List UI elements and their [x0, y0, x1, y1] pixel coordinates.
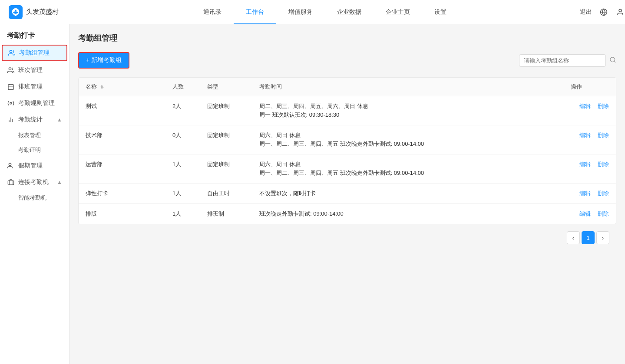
- sidebar-item-smart-machine[interactable]: 智能考勤机: [18, 190, 69, 205]
- cell-type: 固定班制: [200, 125, 252, 154]
- col-header-type: 类型: [200, 78, 252, 96]
- add-group-button[interactable]: + 新增考勤组: [78, 52, 129, 69]
- stats-icon: [7, 116, 15, 124]
- cell-type: 排班制: [200, 204, 252, 224]
- sidebar-item-machine[interactable]: 连接考勤机 ▲: [0, 174, 69, 190]
- sidebar-label-stats: 考勤统计: [18, 116, 43, 124]
- sidebar-sub-smart: 智能考勤机: [0, 190, 69, 205]
- sidebar-item-shift-management[interactable]: 班次管理: [0, 62, 69, 79]
- nav-logout[interactable]: 退出: [580, 8, 592, 16]
- cell-count: 0人: [165, 125, 200, 154]
- table: 名称 ⇅ 人数 类型 考勤时间 操作 测试 2人 固定班制 周二、周三、周四、周…: [79, 78, 616, 224]
- cell-type: 固定班制: [200, 154, 252, 184]
- cell-name: 技术部: [79, 125, 165, 154]
- sidebar-item-holiday[interactable]: 假期管理: [0, 157, 69, 174]
- time-line: 不设置班次，随时打卡: [259, 190, 557, 197]
- main-layout: 考勤打卡 考勤组管理 班次管理: [0, 24, 625, 364]
- svg-point-2: [619, 9, 622, 12]
- cell-action: 编辑 删除: [564, 204, 616, 224]
- sidebar-label-group: 考勤组管理: [19, 49, 50, 57]
- sort-icon[interactable]: ⇅: [100, 85, 104, 89]
- cell-action: 编辑 删除: [564, 125, 616, 154]
- sidebar-item-rules-management[interactable]: 考勤规则管理: [0, 95, 69, 111]
- delete-button-0[interactable]: 删除: [598, 103, 609, 109]
- delete-button-1[interactable]: 删除: [598, 132, 609, 138]
- machine-expand-icon: ▲: [57, 179, 62, 185]
- cell-action: 编辑 删除: [564, 154, 616, 184]
- cell-name: 弹性打卡: [79, 184, 165, 204]
- sidebar-item-stats[interactable]: 考勤统计 ▲: [0, 111, 69, 128]
- edit-button-4[interactable]: 编辑: [579, 210, 591, 217]
- cell-time: 周六、周日 休息周一、周二、周三、周四、周五 班次晚走外勤卡测试: 09:00-…: [252, 154, 564, 184]
- cell-time: 周二、周三、周四、周五、周六、周日 休息周一 班次默认班次: 09:30-18:…: [252, 96, 564, 125]
- schedule-icon: [7, 83, 15, 91]
- top-right-icons: 退出: [580, 7, 625, 17]
- nav-workbench[interactable]: 工作台: [234, 0, 276, 24]
- user-icon[interactable]: [615, 7, 625, 17]
- delete-button-3[interactable]: 删除: [598, 190, 609, 197]
- logo-text: 头发茂盛村: [26, 8, 59, 16]
- stats-expand-icon: ▲: [57, 117, 62, 123]
- sidebar-item-reports[interactable]: 报表管理: [18, 128, 69, 143]
- cell-count: 1人: [165, 184, 200, 204]
- rules-icon: [7, 99, 15, 107]
- cell-name: 排版: [79, 204, 165, 224]
- cell-name: 测试: [79, 96, 165, 125]
- next-page-button[interactable]: ›: [596, 231, 609, 244]
- shift-icon: [7, 66, 15, 74]
- prev-page-button[interactable]: ‹: [567, 231, 580, 244]
- sidebar-item-schedule-management[interactable]: 排班管理: [0, 79, 69, 95]
- svg-rect-14: [8, 181, 13, 185]
- time-line: 周六、周日 休息: [259, 161, 557, 168]
- holiday-icon: [7, 162, 15, 170]
- sidebar-label-schedule: 排班管理: [18, 83, 43, 91]
- cell-count: 2人: [165, 96, 200, 125]
- svg-point-9: [10, 102, 12, 104]
- svg-line-16: [614, 61, 615, 62]
- svg-point-13: [9, 163, 11, 165]
- edit-button-2[interactable]: 编辑: [579, 161, 591, 167]
- search-button[interactable]: [609, 56, 616, 65]
- col-header-count: 人数: [165, 78, 200, 96]
- cell-action: 编辑 删除: [564, 184, 616, 204]
- attendance-table: 名称 ⇅ 人数 类型 考勤时间 操作 测试 2人 固定班制 周二、周三、周四、周…: [78, 77, 616, 224]
- edit-button-0[interactable]: 编辑: [579, 103, 591, 109]
- cell-time: 周六、周日 休息周一、周二、周三、周四、周五 班次晚走外勤卡测试: 09:00-…: [252, 125, 564, 154]
- col-header-time: 考勤时间: [252, 78, 564, 96]
- sidebar-item-group-management[interactable]: 考勤组管理: [2, 45, 67, 61]
- svg-point-15: [610, 57, 615, 62]
- cell-count: 1人: [165, 204, 200, 224]
- svg-rect-5: [8, 85, 13, 90]
- page-title: 考勤组管理: [78, 33, 616, 43]
- main-content: 考勤组管理 + 新增考勤组 名称 ⇅: [69, 24, 625, 364]
- sidebar-label-rules: 考勤规则管理: [18, 99, 55, 107]
- cell-action: 编辑 删除: [564, 96, 616, 125]
- machine-icon: [7, 178, 15, 186]
- cell-count: 1人: [165, 154, 200, 184]
- sidebar-label-shift: 班次管理: [18, 66, 43, 74]
- nav-contacts[interactable]: 通讯录: [191, 0, 234, 24]
- logo-icon: [9, 5, 23, 19]
- edit-button-3[interactable]: 编辑: [579, 190, 591, 197]
- cell-name: 运营部: [79, 154, 165, 184]
- toolbar: + 新增考勤组: [78, 52, 616, 69]
- table-row: 排版 1人 排班制 班次晚走外勤卡测试: 09:00-14:00 编辑 删除: [79, 204, 616, 224]
- delete-button-4[interactable]: 删除: [598, 210, 609, 217]
- time-line: 周一、周二、周三、周四、周五 班次晚走外勤卡测试: 09:00-14:00: [259, 140, 557, 148]
- table-row: 运营部 1人 固定班制 周六、周日 休息周一、周二、周三、周四、周五 班次晚走外…: [79, 154, 616, 184]
- col-header-action: 操作: [564, 78, 616, 96]
- table-row: 测试 2人 固定班制 周二、周三、周四、周五、周六、周日 休息周一 班次默认班次…: [79, 96, 616, 125]
- sidebar-item-proof[interactable]: 考勤证明: [18, 143, 69, 157]
- cell-type: 固定班制: [200, 96, 252, 125]
- group-icon: [8, 49, 16, 57]
- nav-value[interactable]: 增值服务: [276, 0, 325, 24]
- delete-button-2[interactable]: 删除: [598, 161, 609, 167]
- nav-data[interactable]: 企业数据: [325, 0, 374, 24]
- edit-button-1[interactable]: 编辑: [579, 132, 591, 138]
- page-1-button[interactable]: 1: [582, 231, 595, 244]
- table-row: 弹性打卡 1人 自由工时 不设置班次，随时打卡 编辑 删除: [79, 184, 616, 204]
- nav-homepage[interactable]: 企业主页: [374, 0, 422, 24]
- globe-icon[interactable]: [599, 7, 608, 17]
- nav-settings[interactable]: 设置: [422, 0, 459, 24]
- search-input[interactable]: [519, 54, 606, 67]
